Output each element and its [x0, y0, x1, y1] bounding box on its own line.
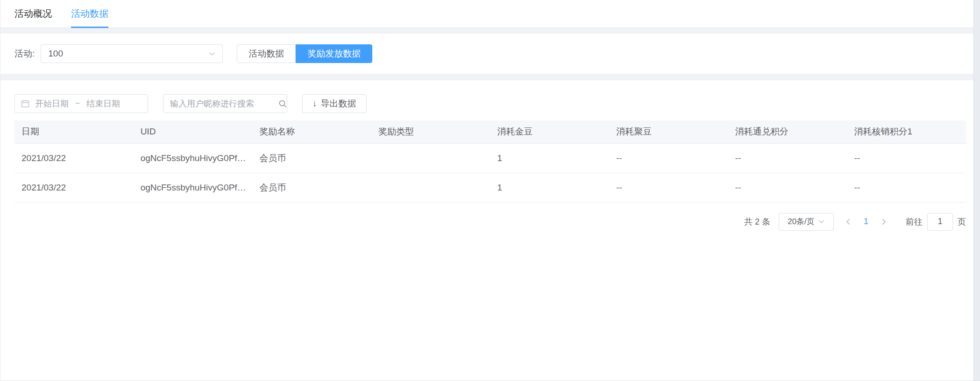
table-cell: --: [847, 143, 966, 173]
goto-unit-label: 页: [958, 216, 966, 227]
table-row: 2021/03/22ogNcF5ssbyhuHivyG0PfUE3...会员币1…: [14, 173, 966, 202]
export-data-label: 导出数据: [321, 98, 356, 110]
page-number-current[interactable]: 1: [858, 213, 874, 231]
table-cell: --: [728, 143, 847, 173]
table-toolbar: ~ ↓ 导出数据: [14, 94, 966, 113]
table-cell: --: [728, 173, 847, 202]
section-divider: [0, 74, 973, 80]
table-header: 日期UID奖励名称奖励类型消耗金豆消耗聚豆消耗通兑积分消耗核销积分1: [14, 120, 966, 143]
table-cell: [371, 143, 490, 173]
column-header: 消耗聚豆: [609, 120, 728, 143]
data-table: 日期UID奖励名称奖励类型消耗金豆消耗聚豆消耗通兑积分消耗核销积分1 2021/…: [14, 120, 966, 203]
tab-activity-overview[interactable]: 活动概况: [14, 0, 52, 28]
pagination-goto: 前往 页: [906, 213, 966, 231]
chevron-left-icon: [845, 219, 852, 225]
activity-label: 活动:: [14, 48, 35, 60]
end-date-input[interactable]: [81, 99, 126, 109]
section-divider: [0, 28, 973, 34]
table-cell: --: [609, 143, 728, 173]
table-cell: --: [609, 173, 728, 202]
search-input[interactable]: [170, 99, 278, 109]
column-header: UID: [134, 120, 253, 143]
tab-activity-data[interactable]: 活动数据: [71, 0, 108, 28]
page-size-value: 20条/页: [788, 216, 815, 227]
table-cell: --: [847, 173, 966, 202]
download-icon: ↓: [312, 99, 317, 109]
column-header: 消耗通兑积分: [728, 120, 847, 143]
scrollbar-track[interactable]: [973, 0, 980, 381]
calendar-icon: [21, 99, 29, 108]
chevron-right-icon: [881, 219, 887, 225]
search-box: [163, 94, 287, 113]
page: { "colors": { "primary": "#409eff", "ban…: [0, 0, 980, 381]
prev-page-button[interactable]: [840, 213, 856, 231]
date-range-picker[interactable]: ~: [14, 94, 148, 113]
search-icon[interactable]: [278, 99, 287, 108]
table-row: 2021/03/22ogNcF5ssbyhuHivyG0PfUE3...会员币1…: [14, 143, 966, 173]
export-data-button[interactable]: ↓ 导出数据: [302, 94, 367, 113]
pagination: 共 2 条 20条/页 1 前往 页: [14, 213, 966, 231]
main-section: ~ ↓ 导出数据 日期UID奖励名称奖励类型消耗金豆消耗聚豆消耗通兑积分消耗核销…: [0, 80, 980, 231]
table-body: 2021/03/22ogNcF5ssbyhuHivyG0PfUE3...会员币1…: [14, 143, 966, 202]
column-header: 消耗金豆: [490, 120, 610, 143]
page-size-select[interactable]: 20条/页: [779, 213, 834, 231]
table-cell: ogNcF5ssbyhuHivyG0PfUE3...: [134, 143, 253, 173]
activity-select-value: 100: [48, 49, 63, 59]
column-header: 奖励名称: [252, 120, 371, 143]
column-header: 日期: [14, 120, 134, 143]
table-cell: 2021/03/22: [14, 173, 134, 202]
table-cell: 会员币: [252, 173, 371, 202]
chevron-down-icon: [818, 219, 825, 225]
column-header: 奖励类型: [371, 120, 490, 143]
next-page-button[interactable]: [876, 213, 892, 231]
goto-page-input[interactable]: [927, 213, 953, 231]
table-cell: 2021/03/22: [14, 143, 134, 173]
table-cell: 1: [490, 143, 610, 173]
table-cell: 会员币: [252, 143, 371, 173]
table-cell: ogNcF5ssbyhuHivyG0PfUE3...: [134, 173, 253, 202]
filter-section: 活动: 100 活动数据 奖励发放数据: [0, 34, 980, 74]
tab-bar: 活动概况 活动数据: [0, 0, 980, 28]
goto-label: 前往: [906, 216, 923, 227]
activity-data-button[interactable]: 活动数据: [237, 44, 296, 63]
reward-issuance-data-button[interactable]: 奖励发放数据: [296, 44, 372, 63]
pagination-total: 共 2 条: [744, 216, 770, 227]
table-cell: 1: [490, 173, 610, 202]
date-range-separator: ~: [74, 99, 81, 108]
column-header: 消耗核销积分1: [847, 120, 966, 143]
table-cell: [371, 173, 490, 202]
activity-select[interactable]: 100: [41, 44, 223, 63]
chevron-down-icon: [209, 50, 215, 57]
start-date-input[interactable]: [29, 99, 74, 109]
data-view-button-group: 活动数据 奖励发放数据: [237, 44, 372, 63]
